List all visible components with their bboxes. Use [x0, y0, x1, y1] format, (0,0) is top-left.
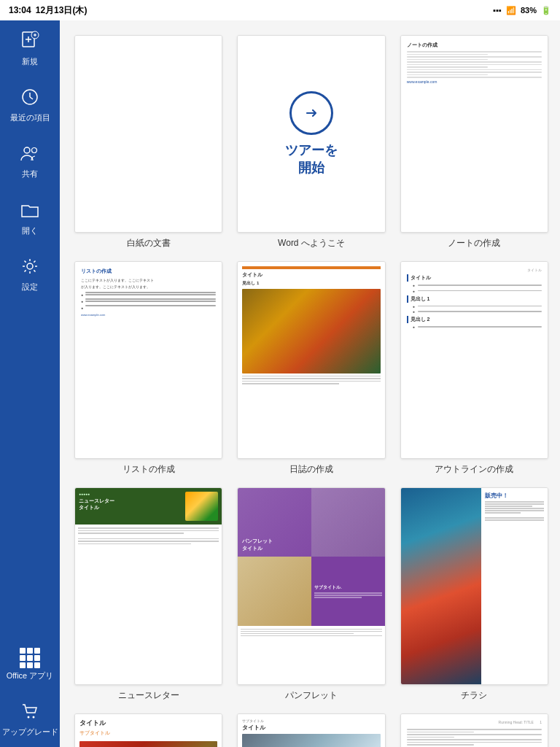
status-right: ▪▪▪ 📶 83% 🔋	[493, 6, 551, 15]
sidebar-item-new-label: 新規	[22, 57, 38, 66]
template-flyer-thumb: 販売中！	[400, 487, 548, 685]
template-newsletter-thumb: ●●●●● ニュースレタータイトル	[74, 487, 222, 685]
folder-icon	[20, 200, 40, 223]
svg-point-12	[28, 716, 30, 718]
battery: 83%	[521, 6, 537, 15]
template-note-label: ノートの作成	[448, 237, 500, 249]
sidebar-item-recent[interactable]: 最近の項目	[0, 77, 60, 133]
sidebar-item-open-label: 開く	[22, 226, 38, 236]
template-pamphlet-label: パンフレット	[285, 689, 338, 702]
wifi-icon: 📶	[506, 6, 516, 15]
template-flyer[interactable]: 販売中！ チラシ	[400, 487, 548, 702]
sidebar-bottom: Office アプリ アップグレード	[0, 638, 60, 747]
sidebar: 新規 最近の項目 共有 開く	[0, 0, 60, 747]
template-cover-toc-thumb: タイトル サブタイトル 作成者	[74, 713, 222, 747]
template-list-thumb: リストの作成 ここにテキストが入ります。ここにテキスト が入ります。ここにテキス…	[74, 261, 222, 459]
status-left: 13:04 12月13日(木)	[9, 4, 87, 17]
template-journal[interactable]: タイトル 見出し 1 日誌の作成	[237, 261, 385, 476]
template-research-thumb: サブタイトル タイトル 見出し 1 ● ● ●	[237, 713, 385, 747]
sidebar-item-shared-label: 共有	[22, 169, 38, 179]
templates-grid: 白紙の文書 ツアーを開始 Word へようこそ ノートの作成	[74, 35, 548, 747]
time: 13:04	[9, 5, 31, 15]
template-apa[interactable]: Running Head: TITLE 1 Abstract	[400, 713, 548, 747]
svg-point-9	[24, 147, 30, 153]
sidebar-item-upgrade[interactable]: アップグレード	[0, 691, 60, 747]
sidebar-item-shared[interactable]: 共有	[0, 133, 60, 189]
sidebar-item-recent-label: 最近の項目	[10, 113, 50, 123]
sidebar-item-settings-label: 設定	[22, 282, 38, 292]
template-note-thumb: ノートの作成 www.example.com	[400, 35, 548, 233]
template-research[interactable]: サブタイトル タイトル 見出し 1 ● ● ● 研究報告	[237, 713, 385, 747]
template-pamphlet-thumb: パンフレットタイトル サブタイトル.	[237, 487, 385, 685]
template-newsletter-label: ニュースレター	[118, 689, 179, 702]
template-cover-toc[interactable]: タイトル サブタイトル 作成者 表紙と目次付きの文書	[74, 713, 222, 747]
tour-text: ツアーを開始	[285, 142, 338, 177]
status-bar: 13:04 12月13日(木) ▪▪▪ 📶 83% 🔋	[0, 0, 560, 20]
template-flyer-label: チラシ	[461, 689, 487, 702]
svg-point-11	[27, 263, 33, 269]
svg-line-8	[30, 97, 33, 99]
template-journal-thumb: タイトル 見出し 1	[237, 261, 385, 459]
svg-point-13	[33, 716, 35, 718]
template-tour-thumb: ツアーを開始	[237, 35, 385, 233]
template-blank-thumb	[74, 35, 222, 233]
template-outline-label: アウトラインの作成	[435, 463, 513, 476]
template-journal-label: 日誌の作成	[289, 463, 333, 476]
template-note[interactable]: ノートの作成 www.example.com ノートの作成	[400, 35, 548, 249]
template-blank[interactable]: 白紙の文書	[74, 35, 222, 249]
sidebar-item-new[interactable]: 新規	[0, 20, 60, 77]
template-blank-label: 白紙の文書	[127, 237, 171, 249]
tour-circle	[289, 91, 333, 135]
svg-point-10	[32, 148, 37, 153]
main-content: 白紙の文書 ツアーを開始 Word へようこそ ノートの作成	[60, 20, 560, 747]
template-outline[interactable]: タイトル タイトル ● ● 見出し 1 ● ● 見出し 2 ●	[400, 261, 548, 476]
signal-icon: ▪▪▪	[493, 6, 502, 15]
template-tour[interactable]: ツアーを開始 Word へようこそ	[237, 35, 385, 249]
new-doc-icon	[20, 31, 40, 54]
grid-icon	[20, 648, 40, 668]
template-outline-thumb: タイトル タイトル ● ● 見出し 1 ● ● 見出し 2 ●	[400, 261, 548, 459]
sidebar-item-office-apps[interactable]: Office アプリ	[0, 638, 60, 691]
template-list[interactable]: リストの作成 ここにテキストが入ります。ここにテキスト が入ります。ここにテキス…	[74, 261, 222, 476]
people-icon	[20, 143, 40, 166]
sidebar-item-office-apps-label: Office アプリ	[7, 671, 54, 681]
sidebar-item-upgrade-label: アップグレード	[2, 727, 58, 737]
template-apa-thumb: Running Head: TITLE 1 Abstract	[400, 713, 548, 747]
cart-icon	[20, 701, 40, 724]
template-list-label: リストの作成	[122, 463, 175, 476]
clock-icon	[20, 87, 40, 110]
template-pamphlet[interactable]: パンフレットタイトル サブタイトル.	[237, 487, 385, 702]
template-tour-label: Word へようこそ	[278, 237, 345, 249]
battery-icon: 🔋	[541, 6, 551, 15]
template-newsletter[interactable]: ●●●●● ニュースレタータイトル	[74, 487, 222, 702]
gear-icon	[20, 256, 40, 279]
sidebar-item-settings[interactable]: 設定	[0, 246, 60, 302]
sidebar-item-open[interactable]: 開く	[0, 190, 60, 246]
date: 12月13日(木)	[36, 4, 88, 17]
